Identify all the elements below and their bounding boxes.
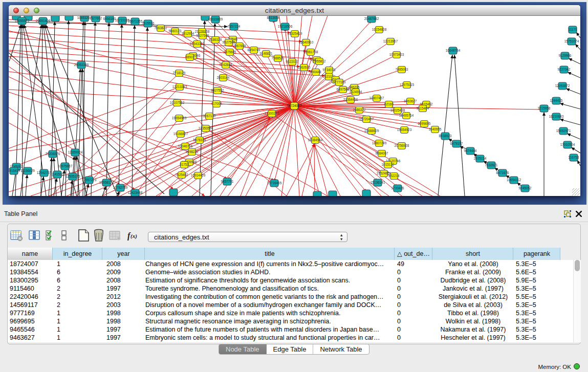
svg-text:8427552: 8427552 xyxy=(211,89,224,92)
svg-text:417004: 417004 xyxy=(211,102,222,105)
svg-text:10975857: 10975857 xyxy=(58,164,73,168)
svg-text:5578334: 5578334 xyxy=(193,138,206,142)
svg-text:19384554: 19384554 xyxy=(308,138,323,142)
svg-text:9146821: 9146821 xyxy=(260,52,273,55)
svg-text:13325419: 13325419 xyxy=(288,32,302,35)
svg-text:6466160: 6466160 xyxy=(103,17,116,20)
svg-text:62160: 62160 xyxy=(384,102,394,106)
svg-text:9527505: 9527505 xyxy=(223,40,235,44)
svg-text:20487682: 20487682 xyxy=(364,17,379,20)
svg-text:16154808: 16154808 xyxy=(372,28,387,31)
svg-text:1244415: 1244415 xyxy=(550,99,563,102)
svg-text:9463627: 9463627 xyxy=(404,99,417,103)
svg-text:10782759: 10782759 xyxy=(113,186,128,189)
svg-text:17010504: 17010504 xyxy=(560,143,575,146)
svg-text:20691406: 20691406 xyxy=(36,19,51,23)
svg-text:990448: 990448 xyxy=(310,70,321,74)
svg-text:8938923: 8938923 xyxy=(439,134,452,138)
svg-text:9322037: 9322037 xyxy=(286,60,299,63)
svg-text:18807249: 18807249 xyxy=(372,141,387,145)
svg-text:7632621: 7632621 xyxy=(485,163,498,167)
svg-text:17957223: 17957223 xyxy=(82,178,97,182)
svg-text:19166827: 19166827 xyxy=(173,132,188,136)
svg-text:1015132: 1015132 xyxy=(382,163,395,166)
svg-text:20053346: 20053346 xyxy=(74,63,89,67)
svg-text:2718129: 2718129 xyxy=(173,71,186,75)
svg-text:252214: 252214 xyxy=(388,174,400,178)
svg-text:16671355: 16671355 xyxy=(128,19,143,23)
svg-text:7663822: 7663822 xyxy=(155,26,167,30)
svg-text:10543382: 10543382 xyxy=(190,42,205,46)
svg-text:18495764: 18495764 xyxy=(399,114,414,117)
svg-text:10046766: 10046766 xyxy=(178,144,193,148)
svg-text:15751074: 15751074 xyxy=(564,39,579,43)
svg-text:20756928: 20756928 xyxy=(395,144,409,147)
svg-text:7357224: 7357224 xyxy=(228,25,241,28)
svg-text:10688609: 10688609 xyxy=(364,129,379,133)
svg-text:2386372: 2386372 xyxy=(353,108,366,112)
svg-text:19218506: 19218506 xyxy=(278,25,293,28)
svg-text:9777169: 9777169 xyxy=(333,80,346,84)
svg-text:1733426: 1733426 xyxy=(391,186,404,190)
svg-text:15692971: 15692971 xyxy=(556,129,571,133)
svg-text:18724007: 18724007 xyxy=(287,104,302,107)
svg-text:10973403: 10973403 xyxy=(389,53,404,56)
svg-text:21364456: 21364456 xyxy=(343,98,358,101)
svg-text:3916419: 3916419 xyxy=(9,169,20,172)
svg-text:16033809: 16033809 xyxy=(208,17,223,21)
svg-text:6099695: 6099695 xyxy=(418,122,431,125)
svg-text:1362615: 1362615 xyxy=(298,65,311,69)
svg-text:20206576: 20206576 xyxy=(46,152,60,156)
svg-text:8454749: 8454749 xyxy=(248,48,260,52)
svg-text:3875685: 3875685 xyxy=(224,50,236,54)
svg-text:16914409: 16914409 xyxy=(191,173,206,177)
svg-text:12505175: 12505175 xyxy=(66,174,80,178)
svg-text:8471676: 8471676 xyxy=(496,171,509,174)
svg-text:12942737: 12942737 xyxy=(37,171,52,174)
svg-text:10807457: 10807457 xyxy=(369,96,384,100)
svg-text:9734078: 9734078 xyxy=(323,68,336,72)
svg-text:7588520: 7588520 xyxy=(272,56,285,60)
svg-text:2935114: 2935114 xyxy=(474,157,487,160)
svg-text:14055572: 14055572 xyxy=(15,19,30,23)
svg-text:15716465: 15716465 xyxy=(267,181,282,185)
svg-text:9242848: 9242848 xyxy=(220,63,232,67)
svg-text:1141510: 1141510 xyxy=(51,172,64,176)
svg-text:12353594: 12353594 xyxy=(199,126,213,130)
svg-text:9115464: 9115464 xyxy=(417,106,429,110)
svg-text:(x): (x) xyxy=(130,233,137,239)
svg-text:12093872: 12093872 xyxy=(555,84,570,87)
svg-text:10025438: 10025438 xyxy=(390,108,405,112)
svg-text:15136141: 15136141 xyxy=(371,181,385,184)
svg-text:1498222: 1498222 xyxy=(186,150,199,154)
svg-text:9457791: 9457791 xyxy=(221,180,234,183)
svg-text:12423448: 12423448 xyxy=(128,191,143,194)
svg-text:3267130: 3267130 xyxy=(203,114,216,118)
svg-text:16961758: 16961758 xyxy=(303,50,318,54)
svg-text:10958127: 10958127 xyxy=(99,181,114,184)
svg-text:10107552: 10107552 xyxy=(170,101,185,104)
svg-text:9129966: 9129966 xyxy=(559,54,572,57)
svg-text:6479197: 6479197 xyxy=(450,142,463,145)
svg-text:1640955: 1640955 xyxy=(429,127,442,131)
svg-text:9684067: 9684067 xyxy=(376,151,388,155)
svg-text:19654983: 19654983 xyxy=(172,116,187,120)
svg-text:8186328: 8186328 xyxy=(209,38,222,41)
svg-text:7625402: 7625402 xyxy=(176,173,188,177)
svg-text:3215958: 3215958 xyxy=(538,106,551,110)
svg-text:9474444: 9474444 xyxy=(464,149,477,152)
svg-text:12975115: 12975115 xyxy=(400,83,414,86)
svg-text:9327509: 9327509 xyxy=(197,34,209,37)
svg-text:2803144: 2803144 xyxy=(217,76,230,79)
svg-text:6497568: 6497568 xyxy=(337,87,350,91)
svg-text:12213967: 12213967 xyxy=(383,39,398,43)
svg-text:3124554: 3124554 xyxy=(350,90,362,94)
svg-text:9860123: 9860123 xyxy=(169,29,182,33)
svg-text:11171: 11171 xyxy=(569,28,577,31)
svg-text:16640910: 16640910 xyxy=(299,40,314,44)
svg-text:7485063: 7485063 xyxy=(396,68,408,71)
svg-text:31753: 31753 xyxy=(180,163,189,166)
svg-text:13300273: 13300273 xyxy=(265,112,279,115)
svg-text:9245052: 9245052 xyxy=(519,186,532,190)
svg-text:2967608: 2967608 xyxy=(233,44,246,48)
